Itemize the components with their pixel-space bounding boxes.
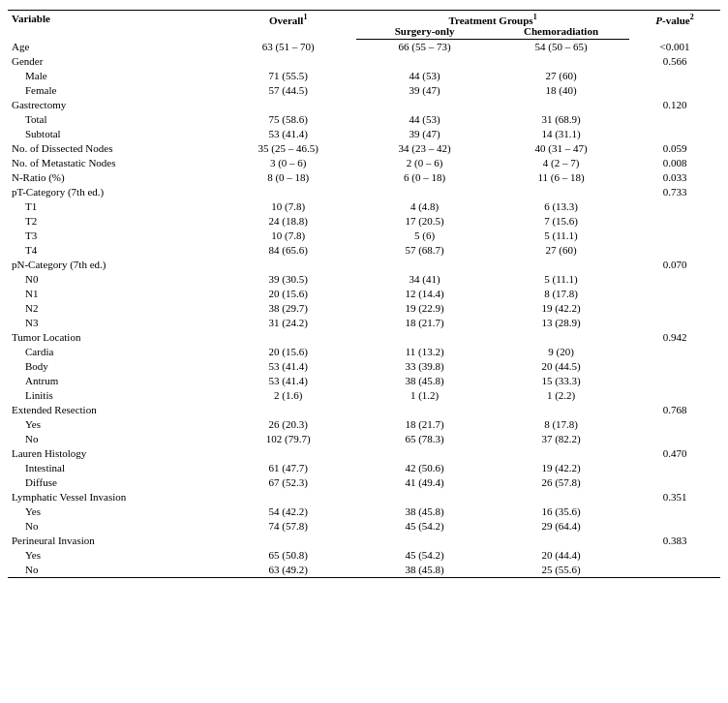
cell-variable: Tumor Location	[8, 330, 220, 345]
cell-pvalue	[629, 127, 720, 141]
cell-overall	[220, 98, 356, 112]
cell-surgery	[356, 403, 493, 417]
cell-variable: N3	[8, 316, 220, 330]
cell-variable: Antrum	[8, 374, 220, 388]
cell-chemo: 54 (50 – 65)	[493, 39, 629, 54]
cell-pvalue	[629, 563, 720, 578]
cell-pvalue: 0.566	[629, 54, 720, 69]
cell-pvalue	[629, 475, 720, 490]
cell-overall: 67 (52.3)	[220, 475, 356, 490]
cell-pvalue	[629, 359, 720, 374]
cell-variable: No. of Dissected Nodes	[8, 141, 220, 156]
cell-chemo: 31 (68.9)	[493, 112, 629, 127]
cell-surgery: 11 (13.2)	[356, 345, 493, 359]
cell-surgery: 4 (4.8)	[356, 199, 493, 214]
cell-surgery	[356, 54, 493, 69]
cell-pvalue: <0.001	[629, 39, 720, 54]
cell-surgery: 34 (41)	[356, 272, 493, 287]
table-row: Lymphatic Vessel Invasion0.351	[8, 490, 720, 504]
cell-pvalue	[629, 229, 720, 243]
cell-overall: 35 (25 – 46.5)	[220, 141, 356, 156]
table-row: No63 (49.2)38 (45.8)25 (55.6)	[8, 563, 720, 578]
cell-chemo	[493, 54, 629, 69]
cell-surgery: 1 (1.2)	[356, 388, 493, 403]
table-row: N120 (15.6)12 (14.4)8 (17.8)	[8, 287, 720, 301]
cell-overall	[220, 446, 356, 461]
table-row: No74 (57.8)45 (54.2)29 (64.4)	[8, 519, 720, 534]
cell-chemo	[493, 490, 629, 504]
cell-surgery	[356, 490, 493, 504]
cell-chemo: 8 (17.8)	[493, 417, 629, 432]
cell-overall	[220, 330, 356, 345]
cell-variable: T1	[8, 199, 220, 214]
cell-overall: 53 (41.4)	[220, 359, 356, 374]
cell-surgery: 66 (55 – 73)	[356, 39, 493, 54]
cell-variable: Yes	[8, 417, 220, 432]
cell-surgery: 39 (47)	[356, 127, 493, 141]
cell-pvalue	[629, 69, 720, 83]
cell-surgery: 38 (45.8)	[356, 563, 493, 578]
table-row: N331 (24.2)18 (21.7)13 (28.9)	[8, 316, 720, 330]
table-row: Yes54 (42.2)38 (45.8)16 (35.6)	[8, 504, 720, 519]
cell-chemo	[493, 446, 629, 461]
cell-variable: T4	[8, 243, 220, 258]
cell-variable: No	[8, 519, 220, 534]
cell-pvalue	[629, 417, 720, 432]
cell-variable: N1	[8, 287, 220, 301]
table-row: T310 (7.8)5 (6)5 (11.1)	[8, 229, 720, 243]
cell-chemo: 37 (82.2)	[493, 432, 629, 446]
cell-pvalue: 0.033	[629, 170, 720, 185]
cell-surgery: 6 (0 – 18)	[356, 170, 493, 185]
header-variable: Variable	[8, 11, 220, 40]
table-row: Diffuse67 (52.3)41 (49.4)26 (57.8)	[8, 475, 720, 490]
cell-variable: Cardia	[8, 345, 220, 359]
cell-variable: No	[8, 563, 220, 578]
cell-chemo: 14 (31.1)	[493, 127, 629, 141]
cell-overall: 3 (0 – 6)	[220, 156, 356, 170]
table-row: T224 (18.8)17 (20.5)7 (15.6)	[8, 214, 720, 229]
table-row: Gender0.566	[8, 54, 720, 69]
cell-overall: 63 (51 – 70)	[220, 39, 356, 54]
cell-chemo: 18 (40)	[493, 83, 629, 98]
cell-surgery: 17 (20.5)	[356, 214, 493, 229]
header-surgery: Surgery-only	[356, 25, 493, 39]
cell-overall: 38 (29.7)	[220, 301, 356, 316]
cell-overall: 84 (65.6)	[220, 243, 356, 258]
cell-surgery	[356, 258, 493, 272]
cell-surgery: 18 (21.7)	[356, 316, 493, 330]
cell-pvalue: 0.733	[629, 185, 720, 199]
cell-variable: Yes	[8, 504, 220, 519]
table-row: Linitis2 (1.6)1 (1.2)1 (2.2)	[8, 388, 720, 403]
table-row: Subtotal53 (41.4)39 (47)14 (31.1)	[8, 127, 720, 141]
cell-pvalue: 0.351	[629, 490, 720, 504]
cell-chemo: 29 (64.4)	[493, 519, 629, 534]
cell-chemo: 9 (20)	[493, 345, 629, 359]
cell-chemo: 5 (11.1)	[493, 229, 629, 243]
table-header-top: Variable Overall1 Treatment Groups1 P-va…	[8, 11, 720, 26]
table-row: Extended Resection0.768	[8, 403, 720, 417]
cell-overall: 10 (7.8)	[220, 199, 356, 214]
table-row: Cardia20 (15.6)11 (13.2)9 (20)	[8, 345, 720, 359]
cell-variable: Lauren Histology	[8, 446, 220, 461]
cell-variable: Linitis	[8, 388, 220, 403]
cell-pvalue: 0.470	[629, 446, 720, 461]
cell-surgery: 44 (53)	[356, 69, 493, 83]
cell-surgery: 38 (45.8)	[356, 374, 493, 388]
cell-pvalue: 0.070	[629, 258, 720, 272]
cell-surgery: 65 (78.3)	[356, 432, 493, 446]
cell-surgery	[356, 98, 493, 112]
cell-chemo: 19 (42.2)	[493, 461, 629, 475]
table-row: N238 (29.7)19 (22.9)19 (42.2)	[8, 301, 720, 316]
cell-overall: 24 (18.8)	[220, 214, 356, 229]
cell-surgery: 39 (47)	[356, 83, 493, 98]
header-treatment-groups: Treatment Groups1	[356, 11, 629, 26]
cell-variable: T2	[8, 214, 220, 229]
cell-pvalue: 0.383	[629, 534, 720, 548]
table-row: Lauren Histology0.470	[8, 446, 720, 461]
cell-pvalue	[629, 316, 720, 330]
cell-pvalue	[629, 548, 720, 563]
cell-variable: Age	[8, 39, 220, 54]
cell-overall: 53 (41.4)	[220, 374, 356, 388]
cell-chemo: 1 (2.2)	[493, 388, 629, 403]
cell-variable: Yes	[8, 548, 220, 563]
